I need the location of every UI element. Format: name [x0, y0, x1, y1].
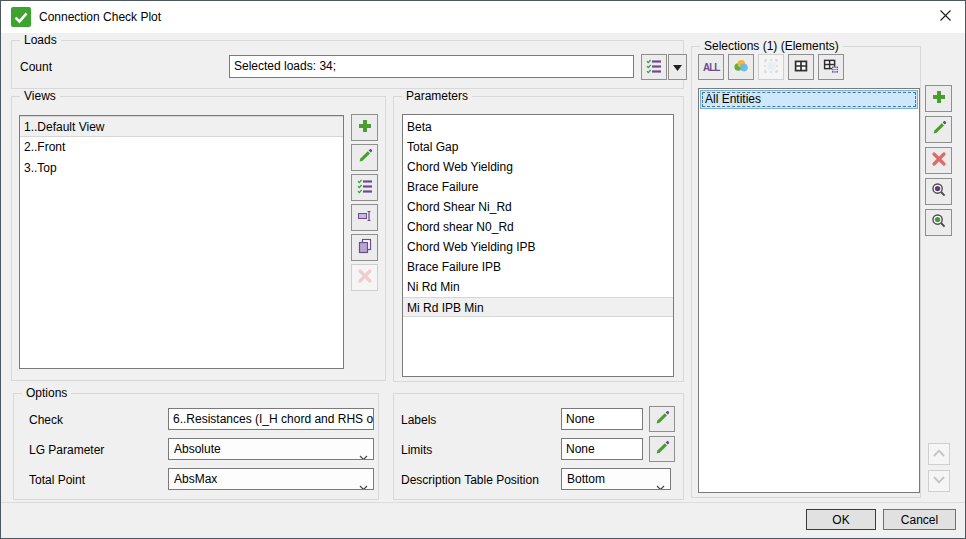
lg-parameter-label: LG Parameter	[29, 443, 104, 457]
check-label: Check	[29, 413, 63, 427]
selections-delete-button[interactable]	[925, 147, 952, 174]
labels-field[interactable]: None	[561, 408, 643, 430]
views-add-button[interactable]	[351, 114, 378, 141]
magnifier-green-icon	[931, 213, 947, 232]
selections-add-button[interactable]	[925, 85, 952, 112]
selections-group-label: Selections (1) (Elements)	[700, 39, 843, 54]
options-group-label: Options	[22, 386, 71, 401]
grid-icon	[793, 58, 809, 77]
loads-dropdown-button[interactable]	[668, 54, 687, 80]
pencil-icon	[357, 148, 373, 167]
all-icon: ALL	[703, 61, 720, 73]
loads-group-label: Loads	[20, 33, 61, 48]
views-group-label: Views	[20, 89, 60, 104]
marquee-selection-icon	[763, 58, 779, 77]
rename-icon	[357, 208, 373, 227]
limits-label: Limits	[401, 443, 432, 457]
selections-zoom-purple-button[interactable]	[925, 178, 952, 205]
labels-label: Labels	[401, 413, 436, 427]
parameter-list-item[interactable]: Brace Failure IPB	[403, 257, 673, 277]
parameter-list-item[interactable]: Total Gap	[403, 137, 673, 157]
grid-pattern-icon	[823, 58, 839, 77]
pencil-icon	[654, 440, 670, 459]
pencil-icon	[931, 120, 947, 139]
total-point-combobox[interactable]: AbsMax	[168, 468, 374, 490]
ok-button[interactable]: OK	[806, 509, 876, 530]
parameter-list-item[interactable]: Mi Rd IPB Min	[403, 297, 673, 317]
move-down-button	[928, 470, 950, 492]
delete-icon	[357, 268, 373, 287]
plus-icon	[357, 118, 373, 137]
view-list-item[interactable]: 1..Default View	[20, 116, 343, 137]
views-rename-button[interactable]	[351, 204, 378, 231]
select-loads-button[interactable]	[641, 54, 667, 80]
selections-list[interactable]: All Entities	[698, 88, 920, 493]
parameter-list-item[interactable]: Chord Shear Ni_Rd	[403, 197, 673, 217]
count-field[interactable]: Selected loads: 34;	[229, 55, 634, 78]
parameter-list-item[interactable]: Chord Web Yielding	[403, 157, 673, 177]
chevron-down-icon	[932, 474, 946, 488]
view-list-item[interactable]: 3..Top	[20, 158, 343, 179]
connection-check-plot-dialog: Connection Check Plot Loads Count Select…	[0, 0, 966, 539]
selections-edit-button[interactable]	[925, 116, 952, 143]
select-by-entities-button[interactable]	[728, 54, 754, 80]
magnifier-purple-icon	[931, 182, 947, 201]
parameter-list-item[interactable]: Chord Web Yielding IPB	[403, 237, 673, 257]
checklist-icon	[357, 178, 373, 197]
parameter-list-item[interactable]: Chord shear N0_Rd	[403, 217, 673, 237]
grid-view-button[interactable]	[788, 54, 814, 80]
pencil-icon	[654, 410, 670, 429]
selections-zoom-green-button[interactable]	[925, 209, 952, 236]
parameters-list[interactable]: Beta Total Gap Chord Web Yielding Brace …	[402, 114, 674, 377]
entities-circles-icon	[733, 58, 749, 77]
table-position-combobox[interactable]: Bottom	[561, 468, 671, 490]
table-position-label: Description Table Position	[401, 473, 539, 487]
views-list[interactable]: 1..Default View 2..Front 3..Top	[19, 115, 344, 369]
combo-chevron-icon	[359, 477, 368, 490]
selection-list-item[interactable]: All Entities	[700, 90, 918, 109]
cancel-button[interactable]: Cancel	[883, 509, 956, 530]
footer-separator	[1, 502, 965, 503]
combo-chevron-icon	[656, 477, 665, 490]
plus-icon	[931, 89, 947, 108]
lg-parameter-combobox[interactable]: Absolute	[168, 438, 374, 460]
table-position-value: Bottom	[567, 472, 605, 486]
chevron-up-icon	[932, 447, 946, 461]
parameter-list-item[interactable]: Brace Failure	[403, 177, 673, 197]
close-icon	[939, 9, 952, 25]
select-all-button[interactable]: ALL	[698, 54, 724, 80]
titlebar: Connection Check Plot	[1, 1, 965, 33]
parameters-group-label: Parameters	[402, 89, 472, 104]
lg-parameter-value: Absolute	[174, 442, 221, 456]
dropdown-arrow-icon	[673, 60, 682, 74]
select-marquee-button	[758, 54, 784, 80]
delete-icon	[931, 151, 947, 170]
check-field[interactable]: 6..Resistances (I_H chord and RHS or (	[168, 408, 374, 430]
limits-field[interactable]: None	[561, 438, 643, 460]
combo-chevron-icon	[359, 447, 368, 460]
views-select-button[interactable]	[351, 174, 378, 201]
views-copy-button[interactable]	[351, 234, 378, 261]
app-check-icon	[11, 7, 31, 27]
total-point-label: Total Point	[29, 473, 85, 487]
parameter-list-item[interactable]: Beta	[403, 117, 673, 137]
checklist-icon	[646, 58, 662, 77]
total-point-value: AbsMax	[174, 472, 217, 486]
move-up-button	[928, 443, 950, 465]
count-label: Count	[20, 60, 52, 74]
labels-edit-button[interactable]	[649, 406, 675, 432]
views-edit-button[interactable]	[351, 144, 378, 171]
copy-icon	[357, 238, 373, 257]
views-delete-button	[351, 264, 378, 291]
window-title: Connection Check Plot	[39, 10, 161, 24]
limits-edit-button[interactable]	[649, 436, 675, 462]
grid-pattern-button[interactable]	[818, 54, 844, 80]
close-button[interactable]	[931, 4, 959, 30]
parameter-list-item[interactable]: Ni Rd Min	[403, 277, 673, 297]
view-list-item[interactable]: 2..Front	[20, 137, 343, 158]
